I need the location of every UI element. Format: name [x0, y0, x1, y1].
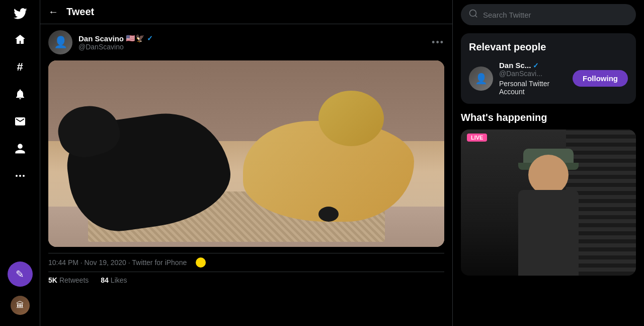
- page-title: Tweet: [66, 6, 94, 18]
- tweet-author-details: Dan Scavino 🇺🇸🦅 ✓ @DanScavino: [78, 34, 153, 51]
- search-input[interactable]: Search Twitter: [483, 11, 628, 19]
- relevant-person-verified: ✓: [533, 61, 539, 70]
- dog-scene-background: [48, 60, 444, 247]
- more-options-button[interactable]: •••: [432, 37, 444, 48]
- emoji-indicator: [196, 257, 206, 268]
- retweet-stat[interactable]: 5K Retweets: [48, 276, 89, 284]
- hash-icon: #: [17, 60, 23, 74]
- video-background: LIVE: [461, 129, 636, 276]
- relevant-people-title: Relevant people: [469, 41, 628, 53]
- flag-emoji: 🇺🇸🦅: [126, 34, 145, 43]
- compose-button[interactable]: ✎: [8, 262, 33, 287]
- tweet-author-handle: @DanScavino: [78, 43, 153, 51]
- sidebar-item-explore[interactable]: #: [8, 54, 33, 80]
- dark-object: [318, 207, 339, 222]
- tweet-author-row: 👤 Dan Scavino 🇺🇸🦅 ✓ @DanScavino •••: [48, 30, 444, 54]
- person-body: [518, 190, 579, 276]
- verified-badge: ✓: [147, 34, 153, 42]
- sidebar-item-messages[interactable]: [8, 109, 33, 134]
- tweet-body: 👤 Dan Scavino 🇺🇸🦅 ✓ @DanScavino •••: [40, 24, 452, 294]
- back-button[interactable]: ←: [48, 6, 58, 18]
- left-sidebar: # ✎ 🏛: [0, 0, 40, 326]
- tweet-author-name: Dan Scavino 🇺🇸🦅 ✓: [78, 34, 153, 43]
- relevant-person-info: Dan Sc... ✓ @DanScavi... Personal Twitte…: [499, 61, 567, 96]
- sidebar-item-home[interactable]: [8, 27, 33, 52]
- person-avatar-icon: 👤: [475, 73, 488, 85]
- sidebar-item-profile[interactable]: [8, 136, 33, 161]
- tweet-timestamp: 10:44 PM · Nov 19, 2020 · Twitter for iP…: [48, 253, 444, 272]
- compose-icon: ✎: [16, 268, 24, 280]
- search-bar[interactable]: Search Twitter: [461, 4, 636, 25]
- right-sidebar: Search Twitter Relevant people 👤 Dan Sc.…: [453, 0, 644, 326]
- live-badge: LIVE: [467, 134, 487, 142]
- relevant-person-row: 👤 Dan Sc... ✓ @DanScavi... Personal Twit…: [469, 61, 628, 96]
- tweet-author-info: 👤 Dan Scavino 🇺🇸🦅 ✓ @DanScavino: [48, 30, 153, 54]
- svg-point-1: [19, 175, 21, 177]
- author-avatar-icon: 👤: [54, 36, 67, 49]
- search-icon: [469, 9, 478, 20]
- likes-stat[interactable]: 84 Likes: [101, 276, 127, 284]
- person-head: [528, 155, 569, 195]
- svg-point-0: [16, 175, 18, 177]
- whats-happening-title: What's happening: [461, 112, 636, 123]
- relevant-person-avatar[interactable]: 👤: [469, 67, 493, 91]
- user-avatar[interactable]: 🏛: [8, 293, 33, 318]
- svg-point-2: [23, 175, 25, 177]
- following-button[interactable]: Following: [573, 70, 628, 87]
- tweet-image: [48, 60, 444, 247]
- avatar-icon: 🏛: [16, 301, 24, 310]
- relevant-person-bio: Personal Twitter Account: [499, 80, 567, 96]
- sidebar-item-more[interactable]: [8, 163, 33, 188]
- twitter-logo[interactable]: [11, 4, 30, 23]
- relevant-person-name: Dan Sc... ✓: [499, 61, 567, 70]
- yellow-dog-head: [318, 91, 384, 146]
- tweet-media[interactable]: [48, 60, 444, 247]
- tweet-header: ← Tweet: [40, 0, 452, 24]
- tweet-stats: 5K Retweets 84 Likes: [48, 272, 444, 288]
- relevant-people-card: Relevant people 👤 Dan Sc... ✓ @DanScavi.…: [461, 33, 636, 104]
- video-preview[interactable]: LIVE: [461, 129, 636, 276]
- tweet-author-avatar[interactable]: 👤: [48, 30, 72, 54]
- sidebar-item-notifications[interactable]: [8, 82, 33, 107]
- main-content: ← Tweet 👤 Dan Scavino 🇺🇸🦅 ✓ @DanScav: [40, 0, 453, 326]
- video-person: [498, 145, 599, 276]
- relevant-person-handle: @DanScavi...: [499, 70, 567, 78]
